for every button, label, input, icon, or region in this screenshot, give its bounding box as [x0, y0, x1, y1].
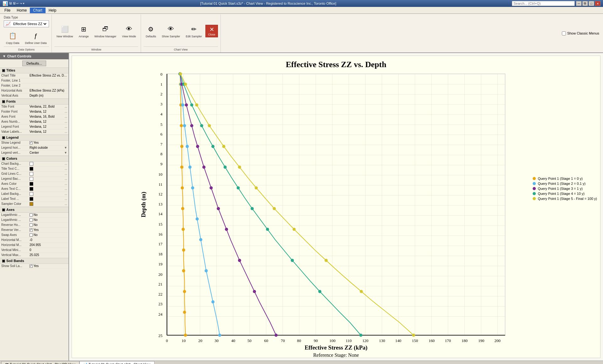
- svg-text:11: 11: [159, 182, 162, 186]
- titles-section-header[interactable]: ▣ Titles: [0, 67, 68, 73]
- colors-section-label: Colors: [6, 157, 17, 160]
- x-axis-ticks: 0 10 20 30 40 50 60 70 80 90 100 110 120…: [166, 338, 500, 343]
- prop-v-axis: Vertical Axis Depth (m): [0, 94, 68, 99]
- label-bg-swatch[interactable]: [30, 192, 33, 196]
- prop-label-text: Label Text ... ...: [0, 197, 68, 202]
- chart-title: Effective Stress ZZ vs. Depth: [286, 60, 386, 69]
- svg-point-154: [412, 334, 415, 337]
- axes-color-swatch[interactable]: [30, 182, 33, 186]
- svg-text:0: 0: [160, 72, 162, 77]
- soil-bands-section-header[interactable]: ▣ Soil Bands: [0, 258, 68, 264]
- legend-item-stage5: Query Point 1 (Stage 5 - Final = 100 y): [533, 197, 597, 201]
- titlebar-title: [Tutorial 01 Quick Start.s3z* - Chart Vi…: [200, 2, 336, 5]
- panel-defaults-button[interactable]: Defaults...: [22, 61, 46, 66]
- menu-help[interactable]: Help: [46, 8, 60, 13]
- reverse-v-checkbox[interactable]: [30, 228, 33, 232]
- svg-point-113: [191, 186, 194, 189]
- show-sampler-button[interactable]: 👁 Show Sampler: [160, 23, 182, 40]
- tab-chart-view[interactable]: 📊 Tutorial 01 Quick Start.s3z* - Chart V…: [79, 361, 155, 364]
- edit-sampler-button[interactable]: ✏ Edit Sampler: [184, 23, 204, 40]
- colors-section-header[interactable]: ▣ Colors: [0, 156, 68, 162]
- arrange-button[interactable]: ⊞ Arrange: [77, 23, 91, 40]
- menu-home[interactable]: Home: [14, 8, 30, 13]
- svg-point-143: [179, 72, 182, 75]
- label-text-swatch[interactable]: [30, 197, 33, 201]
- grid-lines-swatch[interactable]: [30, 172, 33, 176]
- classic-menus-checkbox[interactable]: [562, 31, 566, 35]
- chart-bg-swatch[interactable]: [30, 162, 33, 166]
- prop-title-font: Title Font Verdana, 22, Bold ...: [0, 104, 68, 110]
- menu-file[interactable]: File: [1, 8, 14, 13]
- svg-point-115: [199, 238, 202, 241]
- new-window-button[interactable]: ⬜ New Window: [54, 23, 75, 40]
- svg-point-135: [211, 145, 215, 148]
- minimize-button[interactable]: ─: [576, 1, 582, 6]
- new-window-label: New Window: [57, 35, 73, 38]
- data-type-dropdown[interactable]: Effective Stress ZZ: [12, 22, 47, 26]
- window-close-button[interactable]: ✕: [595, 1, 600, 6]
- legend-dot-stage3: [533, 187, 536, 190]
- prop-legend-horiz: Legend hori... Right outside ▼: [0, 146, 68, 151]
- sampler-color-swatch[interactable]: [30, 202, 33, 206]
- define-user-data-button[interactable]: ƒ Define User Data: [23, 29, 49, 46]
- prop-chart-title: Chart Title Effective Stress ZZ vs. Dept…: [0, 73, 68, 78]
- swap-axes-checkbox[interactable]: [30, 233, 33, 237]
- chart-controls-header[interactable]: ▼ Chart Controls: [0, 53, 68, 59]
- search-input[interactable]: [512, 1, 575, 6]
- chart-footer: Reference Stage: None: [313, 352, 359, 358]
- restore-button[interactable]: ⧉: [582, 1, 588, 6]
- svg-point-116: [204, 269, 208, 272]
- log-v-checkbox[interactable]: [30, 218, 33, 222]
- titles-section-label: Titles: [6, 68, 15, 72]
- axes-section-header[interactable]: ▣ Axes: [0, 207, 68, 213]
- classic-menus-checkbox-label[interactable]: Show Classic Menus: [562, 31, 599, 35]
- svg-point-136: [224, 165, 227, 169]
- svg-point-128: [238, 259, 241, 262]
- tab-plan-3d-label: Tutorial 01 Quick Start.s3z* - Plan/3D V…: [10, 362, 75, 364]
- chart-tab-icon: 📊: [84, 362, 87, 364]
- view-mode-label: View Mode: [122, 35, 136, 38]
- svg-text:18: 18: [158, 252, 162, 256]
- defaults-button[interactable]: ⚙ Defaults: [144, 23, 158, 40]
- legend-bg-swatch[interactable]: [30, 177, 33, 181]
- svg-text:21: 21: [158, 282, 162, 286]
- menu-chart[interactable]: Chart: [30, 8, 45, 13]
- reverse-h-checkbox[interactable]: [30, 223, 33, 227]
- window-ribbon-items: ⬜ New Window ⊞ Arrange 🗗 Window Manager …: [54, 16, 138, 46]
- svg-point-147: [222, 145, 225, 148]
- axes-text-swatch[interactable]: [30, 187, 33, 191]
- legend-label-stage2: Query Point 1 (Stage 2 = 0.1 y): [538, 182, 585, 185]
- copy-data-button[interactable]: 📋 Copy Data: [4, 29, 22, 46]
- left-panel: ▼ Chart Controls Defaults... ▣ Titles Ch…: [0, 53, 69, 361]
- tab-plan-3d[interactable]: 🗺 Tutorial 01 Quick Start.s3z* - Plan/3D…: [1, 361, 79, 364]
- svg-text:170: 170: [445, 338, 451, 343]
- data-type-select[interactable]: 📈 Effective Stress ZZ: [4, 20, 49, 27]
- fonts-section-header[interactable]: ▣ Fonts: [0, 99, 68, 104]
- show-legend-checkbox[interactable]: [30, 141, 33, 144]
- svg-point-103: [182, 269, 185, 272]
- prop-swap-axes: Swap Axes No: [0, 233, 68, 238]
- view-mode-button[interactable]: 👁 View Mode: [120, 23, 138, 40]
- log-h-checkbox[interactable]: [30, 213, 33, 217]
- prop-footer-line1: Footer, Line 1: [0, 78, 68, 83]
- legend-section-header[interactable]: ▣ Legend: [0, 135, 68, 141]
- svg-text:25: 25: [158, 333, 162, 338]
- title-text-swatch[interactable]: [30, 167, 33, 171]
- maximize-button[interactable]: □: [589, 1, 594, 6]
- classic-menus-label: Show Classic Menus: [567, 31, 599, 35]
- y-axis-label: Depth (m): [140, 192, 147, 217]
- svg-text:8: 8: [160, 152, 162, 156]
- edit-sampler-icon: ✏: [189, 24, 199, 34]
- svg-text:16: 16: [158, 232, 162, 237]
- prop-legend-font: Legend Font Verdana, 12 ...: [0, 125, 68, 130]
- close-button[interactable]: ✕ Close: [205, 25, 218, 37]
- svg-point-114: [196, 217, 199, 221]
- svg-point-138: [251, 207, 254, 210]
- svg-point-105: [183, 311, 186, 314]
- svg-point-151: [292, 228, 296, 231]
- window-manager-button[interactable]: 🗗 Window Manager: [92, 23, 119, 40]
- svg-text:3: 3: [160, 102, 162, 106]
- show-soil-checkbox[interactable]: [30, 265, 33, 268]
- prop-legend-bg-color: Legend Bac... ...: [0, 177, 68, 182]
- fonts-section-label: Fonts: [6, 99, 16, 103]
